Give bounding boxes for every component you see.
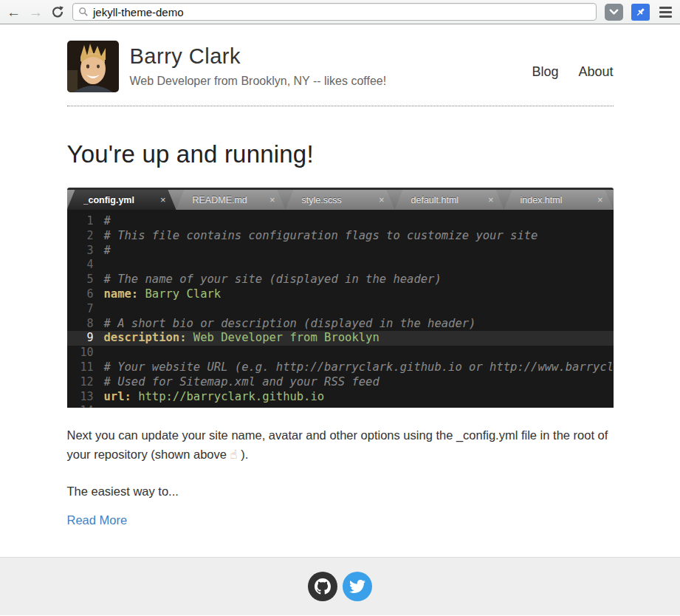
url-text: jekyll-theme-demo (93, 6, 184, 18)
tab-close-icon[interactable]: × (373, 194, 385, 205)
tab-label: _config.yml (83, 195, 134, 205)
code-line: 7 (67, 302, 614, 317)
line-number: 5 (67, 273, 94, 287)
tab-close-icon[interactable]: × (154, 194, 166, 205)
pin-icon (634, 6, 647, 18)
post-paragraph-1: Next you can update your site name, avat… (67, 425, 614, 464)
tab-close-icon[interactable]: × (591, 194, 603, 205)
back-button[interactable]: ← (7, 5, 21, 19)
code-line: 8# A short bio or description (displayed… (67, 317, 614, 332)
menu-button[interactable] (658, 5, 673, 19)
footer (0, 557, 680, 615)
avatar[interactable] (67, 41, 119, 92)
line-number: 3 (67, 244, 94, 259)
code-line: 3# (67, 244, 614, 259)
forward-button[interactable]: → (29, 5, 43, 19)
site-title[interactable]: Barry Clark (130, 44, 387, 69)
line-number: 10 (67, 346, 94, 360)
line-number: 2 (67, 229, 94, 244)
nav-link-about[interactable]: About (578, 64, 613, 79)
editor-tab-_config.yml[interactable]: _config.yml× (67, 190, 176, 210)
editor-tab-README.md[interactable]: README.md× (176, 190, 286, 210)
header-divider (67, 106, 614, 106)
code-line: 9description: Web Developer from Brookly… (67, 331, 614, 346)
pocket-button[interactable] (605, 4, 623, 21)
twitter-link[interactable] (343, 572, 372, 601)
refresh-icon (51, 5, 64, 18)
code-line: 1# (67, 214, 614, 229)
code-line: 2# This file contains configuration flag… (67, 229, 614, 244)
tab-close-icon[interactable]: × (264, 194, 275, 205)
code-line: 4 (67, 258, 614, 273)
editor-tab-index.html[interactable]: index.html× (504, 190, 614, 210)
tab-label: index.html (521, 195, 563, 205)
point-up-emoji: ☝ (230, 448, 238, 461)
code-line: 5# The name of your site (displayed in t… (67, 273, 614, 287)
read-more-link[interactable]: Read More (67, 513, 128, 527)
code-line: 13url: http://barryclark.github.io (67, 390, 614, 405)
line-number: 12 (67, 375, 94, 390)
editor-tab-default.html[interactable]: default.html× (395, 190, 504, 210)
post-title: You're up and running! (67, 140, 614, 168)
tab-label: README.md (193, 195, 247, 205)
code-line: 14 (67, 404, 614, 408)
post-paragraph-2: The easiest way to... (67, 482, 614, 501)
tab-label: style.scss (302, 195, 342, 205)
line-number: 6 (67, 287, 94, 302)
site-nav: BlogAbout (512, 64, 613, 80)
pocket-icon (608, 7, 619, 18)
tab-label: default.html (411, 195, 459, 205)
refresh-button[interactable] (51, 5, 64, 18)
code-line: 10 (67, 346, 614, 360)
editor-tab-bar: _config.yml×README.md×style.scss×default… (67, 188, 614, 210)
code-lines: 1#2# This file contains configuration fl… (67, 210, 614, 408)
code-editor-screenshot: _config.yml×README.md×style.scss×default… (67, 188, 614, 408)
site-header: Barry Clark Web Developer from Brooklyn,… (67, 41, 614, 92)
nav-link-blog[interactable]: Blog (532, 64, 558, 79)
masthead: Barry Clark Web Developer from Brooklyn,… (130, 41, 387, 88)
github-icon (315, 578, 331, 595)
github-link[interactable] (308, 572, 337, 601)
avatar-image (67, 41, 119, 92)
line-number: 7 (67, 302, 94, 317)
code-line: 12# Used for Sitemap.xml and your RSS fe… (67, 375, 614, 390)
line-number: 1 (67, 214, 94, 229)
url-bar[interactable]: jekyll-theme-demo (72, 3, 597, 21)
site-description: Web Developer from Brooklyn, NY -- likes… (130, 75, 387, 88)
line-number: 8 (67, 317, 94, 332)
editor-tab-style.scss[interactable]: style.scss× (286, 190, 395, 210)
twitter-icon (349, 578, 365, 595)
code-line: 11# Your website URL (e.g. http://barryc… (67, 360, 614, 375)
post: You're up and running! _config.yml×READM… (67, 140, 614, 527)
line-number: 13 (67, 390, 94, 405)
search-icon (78, 7, 89, 17)
code-line: 6name: Barry Clark (67, 287, 614, 302)
line-number: 4 (67, 258, 94, 273)
browser-toolbar: ← → jekyll-theme-demo (0, 0, 680, 24)
line-number: 11 (67, 360, 94, 375)
pin-button[interactable] (631, 4, 650, 21)
page: Barry Clark Web Developer from Brooklyn,… (0, 24, 680, 615)
tab-close-icon[interactable]: × (482, 194, 494, 205)
line-number: 14 (67, 404, 94, 408)
line-number: 9 (67, 331, 94, 346)
